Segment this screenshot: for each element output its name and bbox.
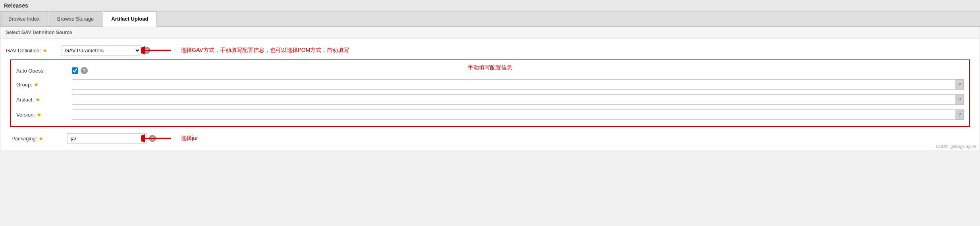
version-input[interactable] [72, 109, 956, 120]
watermark: CSDN @tangsingwe [936, 144, 976, 149]
page-wrapper: Releases Browse Index Browse Storage Art… [0, 0, 980, 150]
required-star-packaging: ★ [39, 135, 44, 142]
packaging-label: Packaging: ★ [12, 135, 67, 142]
section-label: Select GAV Definition Source [0, 27, 980, 39]
gav-definition-select[interactable]: GAV Parameters POM [62, 45, 141, 56]
annotation-packaging: 选择jar [181, 135, 198, 142]
version-label: Version: ★ [16, 111, 72, 118]
panel-header: Releases [0, 0, 980, 11]
panel-title: Releases [4, 2, 28, 9]
auto-guess-checkbox[interactable] [72, 67, 78, 74]
tab-artifact-upload[interactable]: Artifact Upload [103, 11, 156, 27]
tab-browse-storage[interactable]: Browse Storage [49, 11, 102, 26]
content-area: Select GAV Definition Source GAV Definit… [0, 27, 980, 150]
gav-definition-label: GAV Definition: ★ [6, 47, 62, 54]
red-border-section: 手动填写配置信息 Auto Guess: ? Group: ★ [10, 59, 970, 127]
group-side-help[interactable]: ? [956, 79, 964, 90]
required-star-gav: ★ [42, 47, 48, 54]
version-row: Version: ★ ? [16, 107, 964, 122]
packaging-select[interactable]: jar war ear pom zip [67, 133, 147, 144]
group-label: Group: ★ [16, 81, 72, 88]
group-input[interactable] [72, 79, 956, 90]
artifact-side-help[interactable]: ? [956, 94, 964, 105]
tabs-bar: Browse Index Browse Storage Artifact Upl… [0, 11, 980, 27]
required-star-version: ★ [37, 111, 42, 118]
packaging-row: Packaging: ★ jar war ear pom zip ? [6, 131, 974, 146]
auto-guess-help-icon[interactable]: ? [81, 67, 88, 74]
artifact-label: Artifact: ★ [16, 96, 72, 103]
gav-help-icon[interactable]: ? [143, 47, 150, 54]
artifact-input[interactable] [72, 94, 956, 105]
tab-browse-index[interactable]: Browse Index [0, 11, 48, 26]
required-star-artifact: ★ [35, 96, 41, 103]
group-input-wrapper: ? [72, 79, 964, 90]
packaging-help-icon[interactable]: ? [149, 135, 156, 142]
gav-definition-row: GAV Definition: ★ GAV Parameters POM ? [6, 43, 974, 58]
form-area: GAV Definition: ★ GAV Parameters POM ? [0, 39, 980, 150]
auto-guess-label: Auto Guess: [16, 68, 72, 74]
required-star-group: ★ [34, 81, 39, 88]
annotation-gav: 选择GAV方式，手动填写配置信息，也可以选择POM方式，自动填写 [181, 47, 349, 54]
artifact-row: Artifact: ★ ? [16, 92, 964, 107]
artifact-input-wrapper: ? [72, 94, 964, 105]
auto-guess-row: Auto Guess: ? [16, 64, 964, 77]
group-row: Group: ★ ? [16, 77, 964, 92]
version-side-help[interactable]: ? [956, 109, 964, 120]
version-input-wrapper: ? [72, 109, 964, 120]
